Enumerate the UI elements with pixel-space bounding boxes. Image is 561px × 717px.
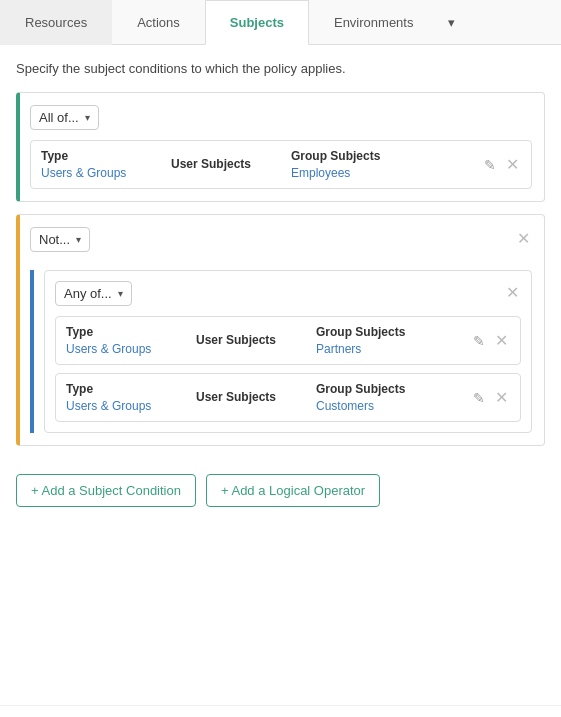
inner-row-actions-2: ✎ ✕ (471, 386, 510, 409)
inner-subject-row-2: Type Users & Groups User Subjects Group … (55, 373, 521, 422)
col-type-1: Type Users & Groups (41, 149, 171, 180)
delete-outer-block-2[interactable]: ✕ (515, 227, 532, 250)
user-label-1: User Subjects (171, 157, 291, 171)
inner-type-label-2: Type (66, 382, 196, 396)
outer-operator-dropdown-2[interactable]: Not... ▾ (30, 227, 90, 252)
inner-user-label-1: User Subjects (196, 333, 316, 347)
inner-type-value-2: Users & Groups (66, 399, 151, 413)
delete-inner-block[interactable]: ✕ (504, 281, 521, 304)
row-actions-1: ✎ ✕ (482, 153, 521, 176)
inner-col-type-2: Type Users & Groups (66, 382, 196, 413)
inner-col-user-2: User Subjects (196, 390, 316, 406)
inner-operator-label: Any of... (64, 286, 112, 301)
tab-environments[interactable]: Environments (309, 0, 438, 45)
chevron-down-icon: ▾ (448, 15, 455, 30)
inner-group-label-2: Group Subjects (316, 382, 471, 396)
inner-block-header: Any of... ▾ ✕ (55, 281, 521, 316)
outer-operator-dropdown-1[interactable]: All of... ▾ (30, 105, 99, 130)
bottom-action-buttons: + Add a Subject Condition + Add a Logica… (16, 462, 545, 507)
inner-type-label-1: Type (66, 325, 196, 339)
inner-subject-row-1: Type Users & Groups User Subjects Group … (55, 316, 521, 365)
col-user-1: User Subjects (171, 157, 291, 173)
outer-operator-label-2: Not... (39, 232, 70, 247)
tab-subjects[interactable]: Subjects (205, 0, 309, 45)
outer-condition-block-2: Not... ▾ ✕ Any of... ▾ ✕ Type (16, 214, 545, 446)
description-text: Specify the subject conditions to which … (16, 61, 545, 76)
outer-operator-label-1: All of... (39, 110, 79, 125)
inner-col-type-1: Type Users & Groups (66, 325, 196, 356)
group-value-1: Employees (291, 166, 350, 180)
group-label-1: Group Subjects (291, 149, 482, 163)
add-subject-condition-button[interactable]: + Add a Subject Condition (16, 474, 196, 507)
type-value-1: Users & Groups (41, 166, 126, 180)
inner-col-user-1: User Subjects (196, 333, 316, 349)
save-row: Save Changes (0, 705, 561, 717)
inner-operator-dropdown[interactable]: Any of... ▾ (55, 281, 132, 306)
subject-row-1: Type Users & Groups User Subjects Group … (30, 140, 532, 189)
inner-group-value-2: Customers (316, 399, 374, 413)
chevron-down-icon: ▾ (85, 112, 90, 123)
outer-condition-block-1: All of... ▾ Type Users & Groups User Sub… (16, 92, 545, 202)
inner-user-label-2: User Subjects (196, 390, 316, 404)
add-logical-operator-button[interactable]: + Add a Logical Operator (206, 474, 380, 507)
inner-group-label-1: Group Subjects (316, 325, 471, 339)
inner-edit-button-1[interactable]: ✎ (471, 331, 487, 351)
tab-bar: Resources Actions Subjects Environments … (0, 0, 561, 45)
inner-type-value-1: Users & Groups (66, 342, 151, 356)
tab-more-button[interactable]: ▾ (438, 0, 465, 44)
inner-group-value-1: Partners (316, 342, 361, 356)
inner-col-group-2: Group Subjects Customers (316, 382, 471, 413)
inner-delete-button-1[interactable]: ✕ (493, 329, 510, 352)
inner-nested-box: Any of... ▾ ✕ Type Users & Groups User S… (44, 270, 532, 433)
edit-button-1[interactable]: ✎ (482, 155, 498, 175)
inner-edit-button-2[interactable]: ✎ (471, 388, 487, 408)
col-group-1: Group Subjects Employees (291, 149, 482, 180)
inner-row-actions-1: ✎ ✕ (471, 329, 510, 352)
tab-resources[interactable]: Resources (0, 0, 112, 45)
block-2-header: Not... ▾ ✕ (30, 227, 532, 262)
type-label-1: Type (41, 149, 171, 163)
tab-actions[interactable]: Actions (112, 0, 205, 45)
chevron-down-icon: ▾ (76, 234, 81, 245)
inner-col-group-1: Group Subjects Partners (316, 325, 471, 356)
delete-button-1[interactable]: ✕ (504, 153, 521, 176)
inner-condition-block: Any of... ▾ ✕ Type Users & Groups User S… (30, 270, 532, 433)
chevron-down-icon: ▾ (118, 288, 123, 299)
main-content: Specify the subject conditions to which … (0, 45, 561, 705)
inner-delete-button-2[interactable]: ✕ (493, 386, 510, 409)
